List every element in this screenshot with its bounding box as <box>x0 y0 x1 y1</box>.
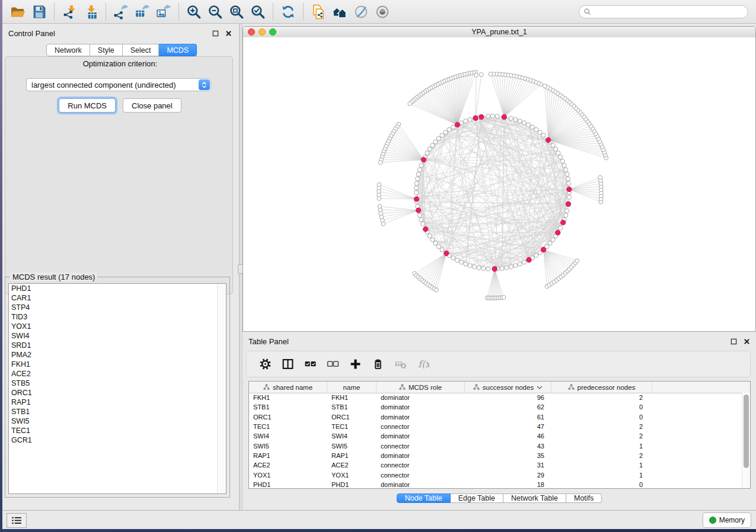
table-row[interactable]: SWI4SWI4dominator462 <box>249 431 742 441</box>
open-button[interactable] <box>7 2 28 21</box>
result-node-item[interactable]: RAP1 <box>9 398 226 407</box>
result-node-item[interactable]: CAR1 <box>9 293 226 303</box>
table-row[interactable]: YOX1YOX1connector291 <box>249 470 742 479</box>
float-panel-button[interactable] <box>210 29 220 37</box>
table-cell: 62 <box>465 403 551 411</box>
zoom-fit-button[interactable] <box>226 2 247 21</box>
select-all-button[interactable] <box>299 354 321 374</box>
export-table-button[interactable] <box>132 2 153 21</box>
table-cell: STB1 <box>249 403 327 411</box>
table-cell: 2 <box>551 452 652 459</box>
deselect-all-button[interactable] <box>321 354 344 374</box>
result-node-item[interactable]: STB5 <box>9 379 226 388</box>
table-cell: 2 <box>551 423 652 430</box>
run-mcds-button[interactable]: Run MCDS <box>59 98 116 113</box>
result-node-item[interactable]: STB1 <box>9 407 226 416</box>
tab-network-table[interactable]: Network Table <box>503 493 566 503</box>
search-icon <box>583 8 592 16</box>
result-node-item[interactable]: STP4 <box>9 303 226 312</box>
zoom-in-button[interactable] <box>183 2 205 21</box>
toolbar-buttons <box>7 2 393 21</box>
table-row[interactable]: TEC1TEC1connector472 <box>249 422 742 431</box>
table-cell: connector <box>377 462 465 469</box>
import-network-button[interactable] <box>59 2 80 21</box>
apply-layout-button[interactable] <box>277 2 299 21</box>
table-cell: 29 <box>465 472 551 479</box>
table-scrollbar-thumb[interactable] <box>744 395 749 468</box>
table-cell: 0 <box>551 481 652 488</box>
table-scrollbar[interactable] <box>742 393 750 488</box>
table-cell: 2 <box>551 432 652 440</box>
export-table-icon <box>135 4 150 20</box>
network-canvas[interactable] <box>243 37 755 331</box>
result-node-item[interactable]: SWI5 <box>9 416 226 426</box>
result-node-item[interactable]: GCR1 <box>9 435 226 445</box>
result-node-item[interactable]: PMA2 <box>9 350 226 360</box>
svg-text:f(x): f(x) <box>418 358 429 370</box>
result-node-item[interactable]: ACE2 <box>9 369 226 379</box>
close-panel-button[interactable] <box>224 29 233 37</box>
task-history-button[interactable] <box>7 513 27 528</box>
search-input[interactable] <box>594 7 748 17</box>
export-network-button[interactable] <box>110 2 132 21</box>
tab-style[interactable]: Style <box>90 44 123 56</box>
table-row[interactable]: STB1STB1dominator620 <box>249 402 742 412</box>
close-panel-action-button[interactable]: Close panel <box>123 98 181 113</box>
tab-edge-table[interactable]: Edge Table <box>451 493 503 503</box>
zoom-out-button[interactable] <box>205 2 226 21</box>
column-type-icon <box>568 384 575 390</box>
delete-column-button[interactable] <box>366 354 389 374</box>
new-network-from-selection-button[interactable] <box>308 2 329 21</box>
table-cell: FKH1 <box>327 394 377 401</box>
result-node-item[interactable]: SRD1 <box>9 341 226 350</box>
dropdown-stepper-icon <box>199 79 210 90</box>
result-node-item[interactable]: PHD1 <box>9 284 226 293</box>
tab-network[interactable]: Network <box>46 44 90 56</box>
table-row[interactable]: PHD1PHD1dominator180 <box>249 480 742 488</box>
result-node-item[interactable]: ORC1 <box>9 388 226 398</box>
tab-node-table[interactable]: Node Table <box>397 493 451 503</box>
settings-icon <box>259 358 272 370</box>
table-row[interactable]: ACE2ACE2connector311 <box>249 460 742 470</box>
save-button[interactable] <box>28 2 50 21</box>
zoom-selected-button[interactable] <box>247 2 269 21</box>
table-tabs: Node TableEdge TableNetwork TableMotifs <box>243 493 756 503</box>
column-header-MCDS-role[interactable]: MCDS role <box>377 382 465 393</box>
table-row[interactable]: SWI5SWI5connector431 <box>249 441 742 450</box>
tab-motifs[interactable]: Motifs <box>566 493 602 503</box>
table-float-panel-button[interactable] <box>729 337 738 345</box>
hide-selected-button[interactable] <box>350 2 372 21</box>
show-all-button[interactable] <box>372 2 393 21</box>
table-cell: dominator <box>377 432 465 440</box>
column-header-successor-nodes[interactable]: successor nodes <box>465 382 551 393</box>
result-node-item[interactable]: YOX1 <box>9 322 226 331</box>
function-builder-icon: f(x) <box>417 358 429 370</box>
tab-select[interactable]: Select <box>123 44 160 56</box>
table-close-panel-button[interactable] <box>742 337 751 345</box>
table-cell: 0 <box>551 414 652 421</box>
table-cell: dominator <box>377 394 465 401</box>
export-image-button[interactable] <box>153 2 174 21</box>
tab-mcds[interactable]: MCDS <box>159 44 197 56</box>
optimization-criterion-label: Optimization criterion: <box>2 59 238 68</box>
add-column-button[interactable] <box>344 354 366 374</box>
result-node-item[interactable]: TID3 <box>9 312 226 322</box>
table-row[interactable]: FKH1FKH1dominator962 <box>249 393 742 402</box>
criterion-dropdown[interactable]: largest connected component (undirected) <box>26 78 211 91</box>
settings-button[interactable] <box>254 354 276 374</box>
column-header-name[interactable]: name <box>327 382 377 393</box>
result-node-item[interactable]: TEC1 <box>9 426 226 435</box>
first-neighbors-button[interactable] <box>329 2 350 21</box>
memory-button[interactable]: Memory <box>703 512 751 528</box>
table-row[interactable]: ORC1ORC1dominator610 <box>249 412 742 422</box>
column-header-predecessor-nodes[interactable]: predecessor nodes <box>551 382 652 393</box>
result-list-scrollbar[interactable] <box>217 284 226 493</box>
table-row[interactable]: RAP1RAP1dominator352 <box>249 451 742 460</box>
column-header-shared-name[interactable]: shared name <box>249 382 327 393</box>
result-node-item[interactable]: FKH1 <box>9 360 226 369</box>
table-cell: ACE2 <box>327 462 377 469</box>
import-table-button[interactable] <box>80 2 101 21</box>
table-mode-button[interactable] <box>276 354 299 374</box>
result-node-item[interactable]: SWI4 <box>9 331 226 341</box>
search-field[interactable] <box>579 5 748 18</box>
